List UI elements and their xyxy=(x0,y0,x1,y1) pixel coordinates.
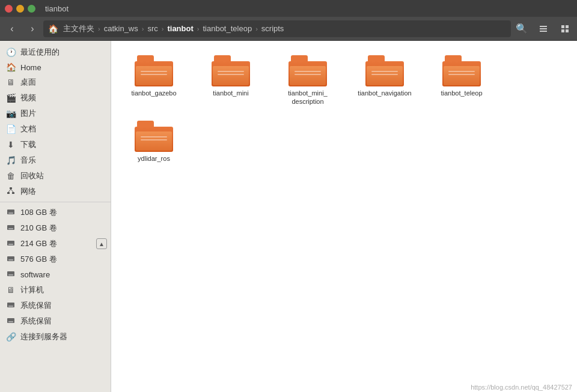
file-name-tianbot-navigation: tianbot_navigation xyxy=(358,89,411,97)
sidebar-label-recent: 最近使用的 xyxy=(20,47,60,58)
folder-icon-navigation xyxy=(365,55,404,86)
documents-icon: 📄 xyxy=(6,124,16,134)
sidebar-item-drive3[interactable]: 214 GB 卷 ▲ xyxy=(0,236,111,252)
sidebar-item-sysreserve2[interactable]: 系统保留 xyxy=(0,313,111,329)
sidebar-item-connect[interactable]: 🔗 连接到服务器 xyxy=(0,329,111,345)
recent-icon: 🕐 xyxy=(6,47,16,57)
sidebar-item-computer[interactable]: 🖥 计算机 xyxy=(0,282,111,298)
svg-rect-4 xyxy=(566,25,569,28)
sidebar-item-sysreserve1[interactable]: 系统保留 xyxy=(0,298,111,313)
sidebar-item-music[interactable]: 🎵 音乐 xyxy=(0,152,111,168)
svg-rect-23 xyxy=(8,306,13,307)
folder-icon-teleop xyxy=(442,55,481,86)
sidebar-label-videos: 视频 xyxy=(20,92,36,103)
sidebar-item-downloads[interactable]: ⬇ 下载 xyxy=(0,137,111,152)
statusbar-url: https://blog.csdn.net/qq_48427527 xyxy=(471,384,572,391)
breadcrumb-tianbot-teleop[interactable]: tianbot_teleop xyxy=(200,24,254,33)
breadcrumb-catkin-ws[interactable]: catkin_ws xyxy=(102,24,141,33)
sidebar-label-documents: 文档 xyxy=(20,124,36,134)
folder-icon-ydlidar xyxy=(135,121,173,152)
sidebar-item-home[interactable]: 🏠 Home xyxy=(0,60,111,74)
sidebar-label-software: software xyxy=(20,270,50,279)
file-item-ydlidar-ros[interactable]: ydlidar_ros xyxy=(121,116,187,167)
trash-icon: 🗑 xyxy=(6,171,16,181)
downloads-icon: ⬇ xyxy=(6,140,16,149)
svg-rect-21 xyxy=(8,274,13,276)
svg-rect-13 xyxy=(8,213,13,214)
eject-drive3-button[interactable]: ▲ xyxy=(96,238,107,249)
drive2-icon xyxy=(6,223,16,234)
file-name-tianbot-mini-desc: tianbot_mini_description xyxy=(288,89,327,106)
file-item-tianbot-mini-desc[interactable]: tianbot_mini_description xyxy=(275,50,341,111)
svg-rect-1 xyxy=(540,28,547,29)
file-item-tianbot-navigation[interactable]: tianbot_navigation xyxy=(352,50,418,111)
breadcrumb-tianbot[interactable]: tianbot xyxy=(165,24,195,33)
file-area: tianbot_gazebo tianbot_mini xyxy=(111,41,577,392)
sidebar-label-network: 网络 xyxy=(20,186,36,197)
sidebar-label-sysreserve2: 系统保留 xyxy=(20,316,52,327)
grid-view-button[interactable] xyxy=(555,19,575,38)
folder-icon-mini xyxy=(212,55,250,86)
sysreserve2-icon xyxy=(6,316,16,327)
file-name-tianbot-mini: tianbot_mini xyxy=(213,89,248,97)
breadcrumb-src[interactable]: src xyxy=(145,24,160,33)
sidebar-label-drive4: 576 GB 卷 xyxy=(20,254,57,265)
forward-button[interactable]: › xyxy=(23,19,42,38)
sidebar-label-drive2: 210 GB 卷 xyxy=(20,223,57,234)
connect-icon: 🔗 xyxy=(6,332,16,342)
file-name-tianbot-teleop: tianbot_teleop xyxy=(441,89,482,97)
titlebar-buttons xyxy=(5,5,35,13)
drive1-icon xyxy=(6,208,16,218)
file-item-tianbot-teleop[interactable]: tianbot_teleop xyxy=(429,50,495,111)
toolbar-actions: 🔍 xyxy=(512,19,575,38)
svg-rect-5 xyxy=(561,29,564,32)
sidebar-item-videos[interactable]: 🎬 视频 xyxy=(0,90,111,106)
toolbar: ‹ › 🏠 主文件夹 › catkin_ws › src › tianbot ›… xyxy=(0,17,577,41)
maximize-button[interactable] xyxy=(28,5,35,13)
desktop-icon: 🖥 xyxy=(6,77,16,87)
svg-rect-15 xyxy=(8,228,13,229)
sidebar-label-sysreserve1: 系统保留 xyxy=(20,300,52,311)
file-name-ydlidar-ros: ydlidar_ros xyxy=(138,154,170,163)
file-item-tianbot-mini[interactable]: tianbot_mini xyxy=(198,50,264,111)
breadcrumb-home[interactable]: 主文件夹 xyxy=(61,23,97,34)
sidebar-label-music: 音乐 xyxy=(20,155,36,166)
svg-line-11 xyxy=(11,189,13,192)
close-button[interactable] xyxy=(5,5,13,13)
sidebar-item-recent[interactable]: 🕐 最近使用的 xyxy=(0,44,111,60)
sidebar-label-downloads: 下载 xyxy=(20,139,36,150)
sidebar-item-software[interactable]: software xyxy=(0,267,111,282)
svg-rect-8 xyxy=(7,192,10,194)
sidebar-item-drive4[interactable]: 576 GB 卷 xyxy=(0,252,111,267)
back-button[interactable]: ‹ xyxy=(2,19,22,38)
svg-rect-0 xyxy=(540,26,547,27)
sidebar-item-trash[interactable]: 🗑 回收站 xyxy=(0,168,111,184)
sidebar-label-home: Home xyxy=(20,63,41,72)
computer-icon: 🖥 xyxy=(6,285,16,295)
breadcrumb-scripts[interactable]: scripts xyxy=(259,24,287,33)
folder-icon-mini-desc xyxy=(288,55,327,86)
sidebar-item-drive2[interactable]: 210 GB 卷 xyxy=(0,220,111,236)
search-button[interactable]: 🔍 xyxy=(512,19,531,38)
file-name-tianbot-gazebo: tianbot_gazebo xyxy=(131,89,176,97)
sidebar-separator xyxy=(0,202,111,202)
sidebar-item-photos[interactable]: 📷 图片 xyxy=(0,106,111,121)
sidebar-label-photos: 图片 xyxy=(20,108,36,119)
sidebar-label-connect: 连接到服务器 xyxy=(20,331,67,342)
sidebar-item-documents[interactable]: 📄 文档 xyxy=(0,121,111,137)
sidebar-label-computer: 计算机 xyxy=(20,285,44,295)
photos-icon: 📷 xyxy=(6,109,16,118)
software-icon xyxy=(6,270,16,280)
svg-rect-3 xyxy=(561,25,564,28)
file-item-tianbot-gazebo[interactable]: tianbot_gazebo xyxy=(121,50,187,111)
network-icon xyxy=(6,187,16,197)
file-grid: tianbot_gazebo tianbot_mini xyxy=(121,50,567,167)
sidebar-item-drive1[interactable]: 108 GB 卷 xyxy=(0,205,111,220)
drive4-icon xyxy=(6,255,16,265)
sidebar-item-desktop[interactable]: 🖥 桌面 xyxy=(0,74,111,90)
sidebar-item-network[interactable]: 网络 xyxy=(0,184,111,199)
list-view-button[interactable] xyxy=(534,19,553,38)
svg-rect-19 xyxy=(8,259,13,261)
minimize-button[interactable] xyxy=(16,5,24,13)
home-breadcrumb-icon: 🏠 xyxy=(48,24,58,34)
